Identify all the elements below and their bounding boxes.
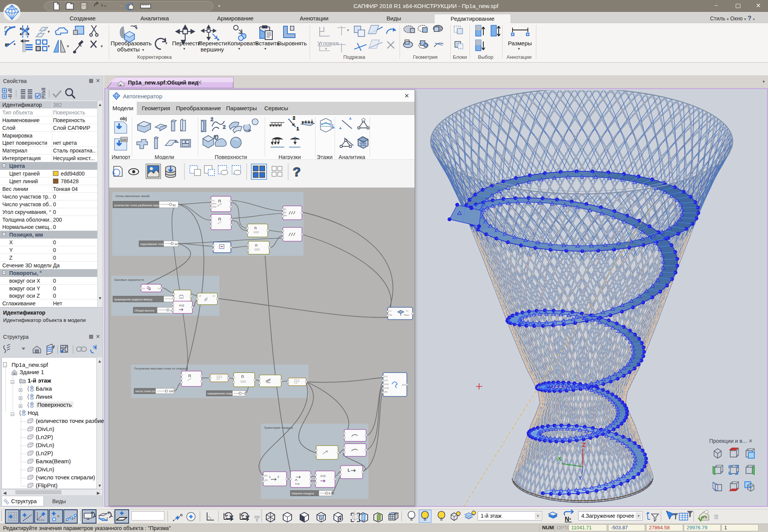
svg-text:º: º [569, 517, 571, 522]
svg-text:N: N [565, 516, 569, 522]
